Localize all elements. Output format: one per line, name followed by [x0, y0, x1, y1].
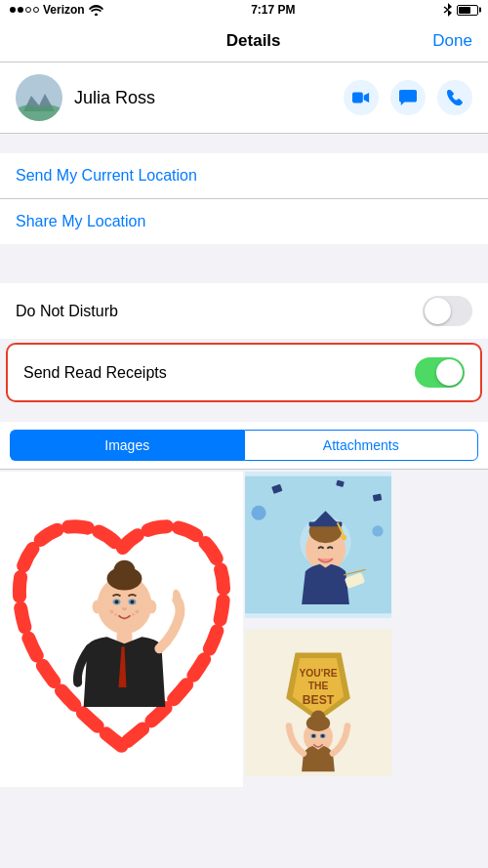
carrier-label: Verizon: [43, 3, 85, 17]
do-not-disturb-row: Do Not Disturb: [0, 283, 488, 339]
svg-point-10: [130, 599, 134, 603]
svg-point-0: [95, 13, 98, 16]
svg-point-12: [146, 599, 156, 613]
svg-point-43: [312, 735, 315, 738]
svg-text:THE: THE: [308, 681, 329, 691]
svg-point-17: [135, 609, 139, 613]
images-tab[interactable]: Images: [10, 430, 244, 461]
status-time: 7:17 PM: [251, 3, 295, 17]
dot-2: [18, 7, 23, 13]
send-read-receipts-label: Send Read Receipts: [23, 364, 167, 382]
status-bar: Verizon 7:17 PM: [0, 0, 488, 20]
phone-icon: [446, 89, 464, 106]
phone-button[interactable]: [437, 80, 472, 115]
settings-section: Do Not Disturb: [0, 283, 488, 339]
message-icon: [399, 89, 417, 106]
done-button[interactable]: Done: [432, 31, 472, 51]
location-section: Send My Current Location Share My Locati…: [0, 153, 488, 244]
bitmoji-graduation-image: [245, 472, 391, 618]
share-location-button[interactable]: Share My Location: [0, 199, 488, 244]
toggle-knob-receipts: [436, 359, 463, 386]
send-current-location-button[interactable]: Send My Current Location: [0, 153, 488, 199]
do-not-disturb-label: Do Not Disturb: [16, 303, 118, 320]
do-not-disturb-toggle[interactable]: [423, 296, 472, 326]
dot-4: [33, 7, 39, 13]
nav-bar: Details Done: [0, 20, 488, 62]
send-read-receipts-row: Send Read Receipts: [8, 345, 480, 400]
status-left: Verizon: [10, 3, 103, 17]
svg-point-15: [110, 609, 114, 613]
svg-point-31: [341, 535, 346, 541]
dot-1: [10, 7, 16, 13]
svg-point-11: [93, 599, 102, 613]
page-title: Details: [226, 31, 281, 51]
dot-3: [25, 7, 31, 13]
send-read-receipts-wrapper: Send Read Receipts: [6, 343, 482, 402]
svg-text:BEST: BEST: [303, 693, 335, 707]
toggle-knob: [425, 298, 451, 324]
video-icon: [352, 89, 370, 106]
svg-point-24: [372, 525, 383, 536]
status-right: [443, 3, 478, 17]
bitmoji-heart-image: [0, 472, 243, 787]
svg-point-18: [132, 613, 135, 616]
separator-2: [0, 244, 488, 264]
battery-fill: [459, 7, 470, 14]
avatar: [16, 74, 62, 121]
message-button[interactable]: [390, 80, 426, 115]
svg-point-16: [114, 613, 117, 616]
svg-text:YOU'RE: YOU'RE: [299, 668, 337, 679]
image-grid: YOU'RE THE BEST: [0, 472, 488, 787]
svg-point-9: [115, 599, 119, 603]
battery-icon: [457, 5, 478, 16]
svg-point-23: [252, 506, 266, 520]
video-call-button[interactable]: [344, 80, 379, 115]
contact-actions: [344, 80, 472, 115]
attachments-tab[interactable]: Attachments: [244, 430, 479, 461]
svg-point-40: [311, 711, 326, 725]
svg-rect-2: [352, 93, 363, 103]
avatar-image: [16, 74, 62, 121]
tabs-section: Images Attachments: [0, 422, 488, 470]
image-cell-2[interactable]: [245, 472, 391, 618]
signal-dots: [10, 7, 39, 13]
send-read-receipts-toggle[interactable]: [415, 357, 465, 388]
image-cell-1[interactable]: [0, 472, 243, 787]
wifi-icon: [89, 5, 103, 16]
svg-point-44: [321, 735, 324, 738]
separator-1: [0, 134, 488, 153]
contact-section: Julia Ross: [0, 62, 488, 134]
bluetooth-icon: [443, 3, 453, 17]
contact-name: Julia Ross: [74, 88, 344, 108]
svg-point-6: [114, 560, 136, 582]
bitmoji-best-image: YOU'RE THE BEST: [245, 630, 391, 776]
image-cell-3[interactable]: YOU'RE THE BEST: [245, 630, 391, 776]
